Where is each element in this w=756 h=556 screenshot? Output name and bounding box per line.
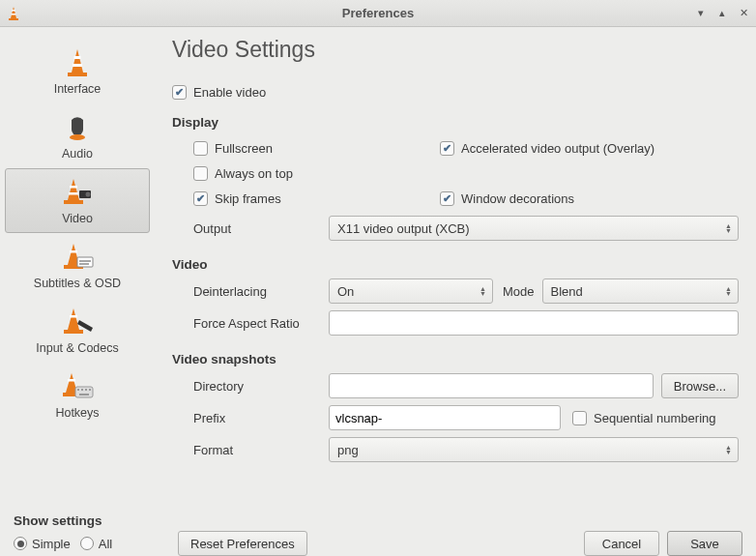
sidebar-item-label: Hotkeys [55, 406, 99, 420]
svg-rect-31 [89, 389, 91, 391]
mode-label: Mode [503, 284, 535, 299]
select-spinner-icon: ▲▼ [725, 223, 732, 233]
main-panel: Video Settings Enable video Display Full… [155, 27, 756, 508]
output-select[interactable]: X11 video output (XCB) ▲▼ [329, 216, 739, 241]
mode-value: Blend [551, 284, 583, 299]
fullscreen-label: Fullscreen [215, 141, 273, 156]
sidebar-item-subtitles[interactable]: Subtitles & OSD [5, 233, 150, 298]
svg-marker-0 [11, 7, 16, 18]
enable-video-checkbox[interactable] [172, 85, 187, 100]
hotkeys-icon [60, 369, 95, 404]
sidebar-item-label: Interface [54, 82, 102, 96]
sidebar-item-label: Video [62, 212, 93, 225]
directory-label: Directory [193, 379, 329, 394]
sequential-checkbox[interactable] [572, 411, 587, 425]
sidebar-item-audio[interactable]: Audio [5, 103, 150, 168]
settings-mode-simple[interactable]: Simple [14, 537, 71, 551]
svg-rect-28 [77, 389, 79, 391]
all-label: All [99, 537, 112, 551]
accelerated-checkbox[interactable] [440, 141, 454, 156]
maximize-icon[interactable]: ▴ [715, 7, 729, 19]
simple-label: Simple [32, 537, 71, 551]
deinterlacing-label: Deinterlacing [193, 284, 329, 299]
audio-icon [62, 110, 93, 145]
sidebar-item-video[interactable]: Video [5, 168, 150, 233]
skip-frames-checkbox[interactable] [193, 191, 208, 206]
snapshots-heading: Video snapshots [172, 352, 739, 366]
window-controls: ▾ ▴ ✕ [694, 7, 750, 19]
window-title: Preferences [342, 6, 414, 20]
cancel-button[interactable]: Cancel [584, 531, 659, 556]
svg-rect-11 [69, 192, 78, 195]
output-value: X11 video output (XCB) [337, 221, 470, 236]
always-on-top-label: Always on top [215, 166, 293, 181]
video-icon [60, 175, 95, 210]
mode-select[interactable]: Blend ▲▼ [542, 278, 739, 304]
force-ar-label: Force Aspect Ratio [193, 316, 329, 331]
window-decorations-label: Window decorations [461, 191, 574, 206]
vlc-cone-icon [6, 6, 21, 21]
svg-rect-30 [85, 389, 87, 391]
settings-mode-all[interactable]: All [80, 537, 112, 551]
codecs-icon [60, 305, 95, 339]
skip-frames-label: Skip frames [215, 191, 281, 206]
subtitles-icon [60, 240, 95, 275]
svg-rect-12 [64, 200, 83, 204]
svg-rect-10 [70, 186, 77, 189]
video-heading: Video [172, 257, 739, 272]
sidebar-item-interface[interactable]: Interface [5, 39, 150, 103]
format-select[interactable]: png ▲▼ [329, 437, 739, 462]
svg-marker-4 [72, 49, 83, 73]
enable-video-label: Enable video [193, 85, 266, 100]
svg-rect-23 [64, 330, 83, 334]
radio-icon [14, 537, 27, 550]
interface-icon [62, 45, 93, 80]
svg-rect-32 [79, 394, 89, 395]
svg-rect-16 [70, 250, 77, 253]
minimize-icon[interactable]: ▾ [694, 7, 708, 19]
show-settings-label: Show settings [14, 513, 102, 528]
svg-rect-29 [81, 389, 83, 391]
browse-button[interactable]: Browse... [661, 373, 739, 398]
svg-rect-5 [74, 56, 81, 59]
svg-rect-18 [77, 257, 93, 267]
always-on-top-checkbox[interactable] [193, 166, 208, 181]
display-heading: Display [172, 115, 739, 130]
sidebar: Interface Audio Video Subtitles & OSD In… [0, 27, 155, 508]
accelerated-label: Accelerated video output (Overlay) [461, 141, 654, 156]
svg-rect-25 [68, 379, 75, 382]
sidebar-item-label: Input & Codecs [36, 341, 118, 355]
prefix-input[interactable] [329, 405, 561, 430]
page-title: Video Settings [172, 37, 739, 63]
svg-rect-6 [73, 64, 82, 67]
svg-rect-2 [12, 14, 16, 15]
window-decorations-checkbox[interactable] [440, 191, 454, 206]
deinterlacing-value: On [337, 284, 354, 299]
reset-preferences-button[interactable]: Reset Preferences [178, 531, 307, 556]
output-label: Output [193, 221, 329, 236]
svg-rect-22 [70, 315, 77, 318]
format-label: Format [193, 443, 329, 457]
footer: Show settings Simple All Reset Preferenc… [0, 508, 756, 556]
svg-rect-3 [9, 18, 18, 20]
close-icon[interactable]: ✕ [737, 7, 750, 19]
radio-icon [80, 537, 94, 550]
svg-rect-27 [75, 387, 93, 397]
sidebar-item-label: Audio [62, 147, 93, 161]
sidebar-item-input-codecs[interactable]: Input & Codecs [5, 298, 150, 363]
fullscreen-checkbox[interactable] [193, 141, 208, 156]
save-button[interactable]: Save [667, 531, 742, 556]
svg-point-8 [70, 134, 85, 140]
svg-rect-1 [12, 10, 15, 12]
sidebar-item-hotkeys[interactable]: Hotkeys [5, 363, 150, 427]
directory-input[interactable] [329, 373, 654, 398]
select-spinner-icon: ▲▼ [480, 286, 486, 296]
force-ar-input[interactable] [329, 310, 739, 336]
enable-video-row: Enable video [172, 78, 739, 105]
select-spinner-icon: ▲▼ [725, 445, 732, 454]
deinterlacing-select[interactable]: On ▲▼ [329, 278, 493, 304]
svg-point-14 [86, 192, 91, 197]
svg-marker-21 [68, 308, 79, 330]
svg-rect-7 [68, 73, 87, 76]
prefix-label: Prefix [193, 411, 329, 425]
